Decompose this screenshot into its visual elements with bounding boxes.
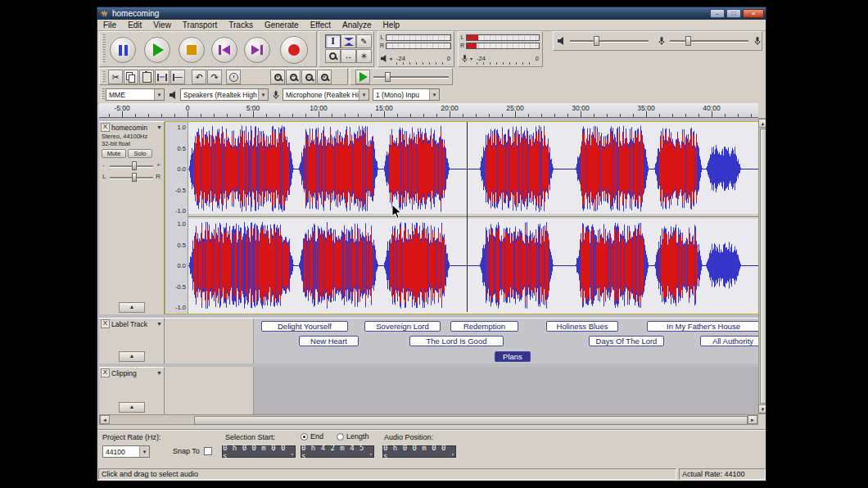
vertical-scrollbar[interactable]: ▲ ▼: [758, 118, 766, 414]
play-at-speed-button[interactable]: [355, 70, 370, 84]
length-radio[interactable]: Length: [337, 432, 369, 441]
track-label[interactable]: All Authority: [700, 336, 766, 346]
menu-help[interactable]: Help: [377, 20, 406, 30]
silence-button[interactable]: [170, 70, 185, 84]
track-close-button[interactable]: X: [101, 319, 110, 328]
menu-tracks[interactable]: Tracks: [223, 20, 259, 30]
menu-effect[interactable]: Effect: [305, 20, 337, 30]
menu-edit[interactable]: Edit: [122, 20, 147, 30]
track-label[interactable]: Plans: [495, 351, 531, 362]
menu-analyze[interactable]: Analyze: [337, 20, 377, 30]
snap-to-checkbox[interactable]: [204, 447, 212, 455]
track-label[interactable]: New Heart: [299, 336, 359, 346]
trim-button[interactable]: [155, 70, 170, 84]
input-device-select[interactable]: Microphone (Realtek Hi▾: [283, 88, 369, 101]
sync-lock-button[interactable]: [226, 70, 241, 84]
pause-button[interactable]: [110, 37, 136, 63]
toolbar-grip[interactable]: [102, 71, 106, 82]
track-label[interactable]: Holiness Blues: [546, 321, 618, 332]
track-menu-arrow[interactable]: ▼: [156, 321, 162, 327]
close-button[interactable]: ×: [743, 9, 764, 18]
copy-button[interactable]: [124, 70, 138, 84]
zoom-tool-button[interactable]: [325, 49, 341, 63]
fit-selection-button[interactable]: –: [301, 70, 316, 84]
draw-tool-button[interactable]: ✎: [356, 34, 372, 48]
output-volume-slider[interactable]: [570, 35, 649, 47]
scroll-right-arrow[interactable]: ►: [748, 415, 757, 424]
fit-project-button[interactable]: ▪: [317, 70, 332, 84]
zoom-in-button[interactable]: +: [270, 70, 285, 84]
track-label[interactable]: In My Father's House: [647, 321, 760, 332]
output-device-select[interactable]: Speakers (Realtek High▾: [180, 88, 269, 101]
mute-button[interactable]: Mute: [102, 149, 126, 158]
undo-button[interactable]: ↶: [192, 70, 206, 84]
audio-position-field[interactable]: 0 h 0 0 m 0 0 s▾: [382, 445, 456, 458]
solo-button[interactable]: Solo: [128, 149, 152, 158]
toolbar-grip[interactable]: [101, 88, 105, 101]
scroll-left-arrow[interactable]: ◄: [100, 415, 110, 424]
track-menu-arrow[interactable]: ▼: [156, 370, 162, 376]
label-track-content[interactable]: Delight YourselfSovereign LordRedemption…: [253, 319, 766, 364]
redo-button[interactable]: ↷: [207, 70, 222, 84]
vertical-scroll-thumb[interactable]: [760, 129, 766, 404]
end-radio[interactable]: End: [301, 432, 323, 441]
audio-host-select[interactable]: MME▾: [106, 88, 165, 101]
selection-end-field[interactable]: 0 h 4 2 m 4 5 s▾: [301, 445, 374, 458]
pan-slider[interactable]: L R: [102, 172, 160, 183]
track-collapse-button[interactable]: ▲: [119, 351, 145, 362]
track-name[interactable]: Label Track: [111, 320, 156, 328]
track-close-button[interactable]: X: [101, 368, 110, 377]
track-menu-arrow[interactable]: ▼: [156, 124, 162, 130]
menu-file[interactable]: File: [97, 20, 122, 30]
time-shift-tool-button[interactable]: ↔: [341, 49, 356, 63]
track-area: X homecomin ▼ Stereo, 44100Hz 32-bit flo…: [97, 118, 766, 425]
output-meter[interactable]: L R ▾ -24 0: [377, 31, 454, 67]
menu-transport[interactable]: Transport: [177, 20, 223, 30]
selection-tool-button[interactable]: I: [325, 34, 341, 48]
maximize-button[interactable]: □: [726, 9, 741, 18]
selection-start-field[interactable]: 0 h 0 0 m 0 0 s▾: [222, 445, 296, 458]
paste-button[interactable]: [139, 70, 154, 84]
minimize-button[interactable]: –: [710, 9, 725, 18]
envelope-tool-button[interactable]: [341, 34, 356, 48]
multi-tool-button[interactable]: ✳: [356, 49, 372, 63]
track-label[interactable]: Sovereign Lord: [364, 321, 441, 332]
menu-view[interactable]: View: [147, 20, 177, 30]
record-button[interactable]: [280, 36, 308, 64]
cut-button[interactable]: ✂: [108, 70, 123, 84]
record-icon: [288, 44, 300, 56]
ruler-tick: [214, 114, 215, 117]
track-name[interactable]: Clipping: [111, 369, 156, 377]
menu-generate[interactable]: Generate: [259, 20, 305, 30]
timeline-ruler[interactable]: -5:0005:0010:0015:0020:0025:0030:0035:00…: [99, 103, 758, 118]
track-label[interactable]: The Lord Is Good: [409, 336, 504, 346]
track-name[interactable]: homecomin: [111, 124, 156, 132]
stop-button[interactable]: [179, 37, 205, 63]
waveform-display[interactable]: [188, 122, 759, 312]
track-close-button[interactable]: X: [101, 123, 110, 132]
input-meter[interactable]: L R ▾ -24 0: [458, 31, 543, 67]
track-collapse-button[interactable]: ▲: [119, 402, 145, 413]
input-channels-select[interactable]: 1 (Mono) Inpu▾: [373, 88, 440, 101]
play-button[interactable]: [144, 37, 170, 63]
toolbar-grip[interactable]: [102, 34, 106, 64]
skip-to-end-button[interactable]: [244, 37, 270, 63]
track-collapse-button[interactable]: ▲: [119, 302, 145, 313]
scroll-up-arrow[interactable]: ▲: [758, 119, 766, 128]
title-bar[interactable]: homecoming – □ ×: [97, 7, 766, 20]
zoom-out-button[interactable]: −: [286, 70, 301, 84]
track-label[interactable]: Days Of The Lord: [589, 336, 664, 346]
track-label[interactable]: Redemption: [450, 321, 518, 332]
input-volume-slider[interactable]: [670, 35, 748, 47]
track-label[interactable]: Delight Yourself: [261, 321, 348, 332]
skip-to-start-button[interactable]: [211, 37, 237, 63]
project-rate-select[interactable]: 44100▾: [102, 445, 150, 458]
horizontal-scrollbar[interactable]: ◄ ►: [99, 414, 758, 425]
vertical-ruler[interactable]: 1.00.50.0-0.5-1.0 1.00.50.0-0.5-1.0: [165, 122, 188, 314]
clipping-track-content[interactable]: [253, 367, 766, 414]
playback-speed-slider[interactable]: [373, 71, 449, 83]
scroll-down-arrow[interactable]: ▼: [758, 404, 766, 413]
skip-start-icon: [219, 45, 221, 55]
gain-slider[interactable]: - +: [102, 160, 160, 171]
horizontal-scroll-thumb[interactable]: [194, 416, 748, 425]
